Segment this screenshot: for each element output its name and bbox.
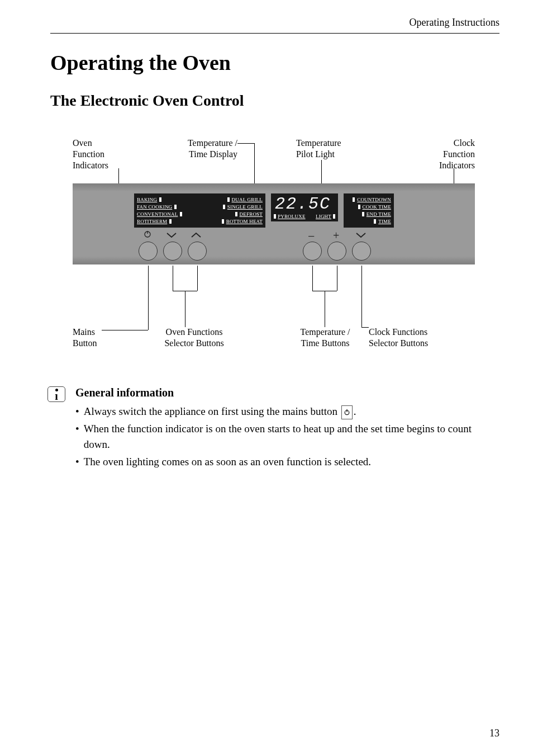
panel-bottomheat: BOTTOM HEAT: [226, 219, 263, 224]
info-item: The oven lighting comes on as soon as an…: [84, 454, 371, 470]
info-icon: ı: [47, 386, 65, 402]
panel-pyroluxe: PYROLUXE: [278, 214, 306, 219]
info-list: Always switch the appliance on first usi…: [75, 404, 499, 470]
temp-up-button[interactable]: [327, 242, 346, 261]
oven-func-up-button[interactable]: [188, 242, 207, 261]
panel-cooktime: COOK TIME: [363, 204, 391, 210]
info-heading: General information: [75, 386, 499, 399]
label-clock-function-indicators: ClockFunctionIndicators: [425, 138, 475, 171]
header-section: Operating Instructions: [50, 17, 499, 34]
panel-dualgrill: DUAL GRILL: [232, 197, 263, 202]
temp-down-button[interactable]: [303, 242, 322, 261]
panel-defrost: DEFROST: [240, 211, 263, 217]
label-mains-button: MainsButton: [73, 327, 97, 349]
panel-time: TIME: [378, 219, 391, 224]
panel-rotitherm: ROTITHERM: [137, 219, 167, 224]
label-temp-time-buttons: Temperature /Time Buttons: [292, 327, 359, 349]
label-oven-func-selector: Oven FunctionsSelector Buttons: [159, 327, 229, 349]
power-icon: [144, 230, 151, 240]
panel-countdown: COUNTDOWN: [357, 197, 391, 202]
plus-icon: +: [333, 229, 339, 242]
panel-baking: BAKING: [137, 197, 157, 202]
oven-func-down-button[interactable]: [163, 242, 182, 261]
page-number: 13: [489, 727, 499, 739]
info-item: When the function indicator is on the ov…: [84, 421, 499, 453]
panel-endtime: END TIME: [367, 211, 391, 217]
label-temp-time-display: Temperature /Time Display: [165, 138, 237, 160]
control-panel-diagram: OvenFunctionIndicators Temperature /Time…: [73, 138, 475, 361]
panel-conventional: CONVENTIONAL: [137, 211, 178, 217]
label-clock-func-selector: Clock FunctionsSelector Buttons: [369, 327, 453, 349]
page-subtitle: The Electronic Oven Control: [50, 92, 499, 110]
panel-singlegrill: SINGLE GRILL: [227, 204, 263, 210]
page-title: Operating the Oven: [50, 50, 499, 75]
info-item: Always switch the appliance on first usi…: [84, 404, 356, 420]
chevron-up-icon: [191, 230, 202, 242]
chevron-down-icon: [355, 230, 367, 242]
mains-button[interactable]: [139, 242, 158, 261]
chevron-down-icon: [166, 230, 177, 242]
label-temp-pilot: TemperaturePilot Light: [296, 138, 341, 160]
panel-light: LIGHT: [316, 214, 331, 219]
label-oven-function-indicators: OvenFunctionIndicators: [73, 138, 108, 171]
clock-select-button[interactable]: [352, 242, 371, 261]
panel-fancooking: FAN COOKING: [137, 204, 172, 210]
panel-temp-value: 22.5C: [274, 196, 335, 212]
